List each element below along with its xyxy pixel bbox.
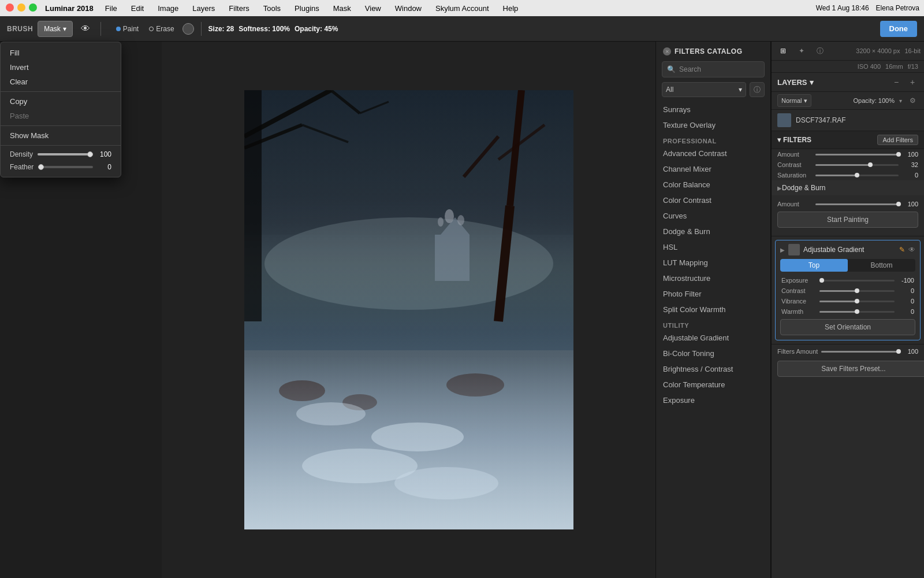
filter-curves[interactable]: Curves [656, 208, 770, 224]
filter-color-balance[interactable]: Color Balance [656, 177, 770, 192]
filter-dodge-burn[interactable]: Dodge & Burn [656, 224, 770, 239]
layers-add-button[interactable]: + [907, 76, 918, 88]
menu-view[interactable]: View [363, 3, 383, 14]
amount-slider[interactable] [815, 154, 899, 155]
saturation-thumb [855, 173, 859, 177]
dropdown-sep3 [1, 145, 121, 146]
ag-vibrance-slider[interactable] [819, 301, 895, 302]
menu-layers[interactable]: Layers [190, 3, 217, 14]
ag-exposure-slider[interactable] [819, 280, 895, 281]
sep1 [100, 22, 101, 36]
datetime: Wed 1 Aug 18:46 [816, 4, 869, 12]
menu-window[interactable]: Window [393, 3, 424, 14]
dodge-burn-content: Amount 100 Start Painting [772, 195, 924, 236]
filter-bi-color-toning[interactable]: Bi-Color Toning [656, 346, 770, 361]
menu-help[interactable]: Help [501, 3, 521, 14]
search-box[interactable]: 🔍 Search [662, 61, 765, 77]
filter-adjustable-gradient[interactable]: Adjustable Gradient [656, 330, 770, 346]
menu-image[interactable]: Image [155, 3, 181, 14]
filter-channel-mixer[interactable]: Channel Mixer [656, 161, 770, 177]
menu-edit[interactable]: Edit [129, 3, 146, 14]
dropdown-fill[interactable]: Fill [1, 46, 121, 60]
adj-grad-edit-icon[interactable]: ✎ [899, 246, 905, 254]
dropdown-show-mask[interactable]: Show Mask [1, 128, 121, 143]
canvas-area[interactable] [162, 42, 655, 578]
dropdown-paste[interactable]: Paste [1, 109, 121, 123]
brush-size-preview[interactable] [182, 23, 194, 35]
ag-warmth-slider[interactable] [819, 311, 895, 313]
ag-warmth-thumb [855, 309, 859, 314]
filter-select-value: All [666, 86, 673, 94]
mask-button[interactable]: Mask ▾ [38, 21, 73, 37]
presets-icon-btn[interactable]: ✦ [793, 44, 810, 58]
filter-split-color-warmth[interactable]: Split Color Warmth [656, 302, 770, 317]
close-filters-button[interactable]: ✕ [663, 47, 671, 55]
adj-grad-visibility-icon[interactable]: 👁 [908, 246, 915, 254]
ag-exposure-label: Exposure [781, 277, 816, 284]
maximize-button[interactable] [29, 3, 37, 12]
filter-sunrays[interactable]: Sunrays [656, 102, 770, 117]
layer-row[interactable]: DSCF7347.RAF [772, 110, 924, 131]
saturation-param-row: Saturation 0 [772, 170, 924, 180]
ag-contrast-slider[interactable] [819, 290, 895, 292]
opacity-param: Opacity: 45% [295, 25, 338, 33]
menu-account[interactable]: Skylum Account [433, 3, 491, 14]
blend-mode-select[interactable]: Normal ▾ [777, 94, 811, 107]
minimize-button[interactable] [17, 3, 25, 12]
close-button[interactable] [6, 3, 14, 12]
filter-dropdown-row: All ▾ ⓘ [662, 82, 765, 97]
erase-button[interactable]: Erase [146, 24, 177, 34]
db-amount-value: 100 [902, 201, 918, 208]
layers-collapse-button[interactable]: − [891, 76, 902, 88]
start-painting-button[interactable]: Start Painting [777, 212, 918, 228]
menu-tools[interactable]: Tools [261, 3, 283, 14]
tab-bottom[interactable]: Bottom [848, 259, 915, 272]
menu-file[interactable]: File [103, 3, 120, 14]
filter-hsl[interactable]: HSL [656, 239, 770, 255]
dropdown-invert[interactable]: Invert [1, 60, 121, 75]
dropdown-sep1 [1, 91, 121, 92]
add-filters-button[interactable]: Add Filters [877, 135, 918, 145]
filters-section-header[interactable]: ▾ FILTERS Add Filters [772, 131, 924, 149]
layers-icon-btn[interactable]: ⊞ [775, 44, 791, 58]
ag-contrast-value: 0 [898, 287, 914, 294]
layer-gear-button[interactable]: ⚙ [907, 95, 918, 106]
info-icon-btn[interactable]: ⓘ [812, 44, 828, 58]
filter-photo-filter[interactable]: Photo Filter [656, 286, 770, 302]
filter-exposure[interactable]: Exposure [656, 392, 770, 408]
blend-mode-value: Normal [781, 97, 802, 104]
set-orientation-button[interactable]: Set Orientation [780, 319, 915, 335]
filter-color-temperature[interactable]: Color Temperature [656, 377, 770, 392]
visibility-button[interactable]: 👁 [77, 21, 94, 37]
contrast-slider[interactable] [815, 164, 899, 166]
info-button[interactable]: ⓘ [750, 82, 765, 97]
density-slider[interactable] [38, 153, 93, 155]
feather-slider[interactable] [38, 166, 93, 168]
softness-param: Softness: 100% [239, 25, 290, 33]
adj-grad-actions: ✎ 👁 [899, 246, 915, 254]
menu-mask[interactable]: Mask [331, 3, 353, 14]
tab-top[interactable]: Top [780, 259, 848, 272]
dropdown-clear[interactable]: Clear [1, 75, 121, 89]
menu-plugins[interactable]: Plugins [292, 3, 322, 14]
filter-brightness-contrast[interactable]: Brightness / Contrast [656, 361, 770, 377]
db-amount-thumb [896, 202, 901, 206]
filter-lut-mapping[interactable]: LUT Mapping [656, 255, 770, 271]
dodge-burn-header[interactable]: ▶ Dodge & Burn [772, 180, 924, 195]
filter-category-select[interactable]: All ▾ [662, 82, 746, 97]
filters-amount-slider[interactable] [821, 351, 899, 353]
filter-color-contrast[interactable]: Color Contrast [656, 192, 770, 208]
done-button[interactable]: Done [880, 21, 918, 37]
ag-vibrance-row: Vibrance 0 [776, 296, 920, 306]
photo-overlay-bottom [244, 356, 573, 529]
filters-chevron-icon: ▾ [777, 136, 781, 144]
filter-texture-overlay[interactable]: Texture Overlay [656, 117, 770, 133]
menu-filters[interactable]: Filters [226, 3, 251, 14]
filter-advanced-contrast[interactable]: Advanced Contrast [656, 146, 770, 161]
dropdown-copy[interactable]: Copy [1, 94, 121, 109]
saturation-slider[interactable] [815, 175, 899, 176]
filter-microstructure[interactable]: Microstructure [656, 271, 770, 286]
db-amount-slider[interactable] [815, 203, 899, 205]
paint-button[interactable]: Paint [113, 24, 142, 34]
save-preset-button[interactable]: Save Filters Preset... [777, 361, 924, 377]
